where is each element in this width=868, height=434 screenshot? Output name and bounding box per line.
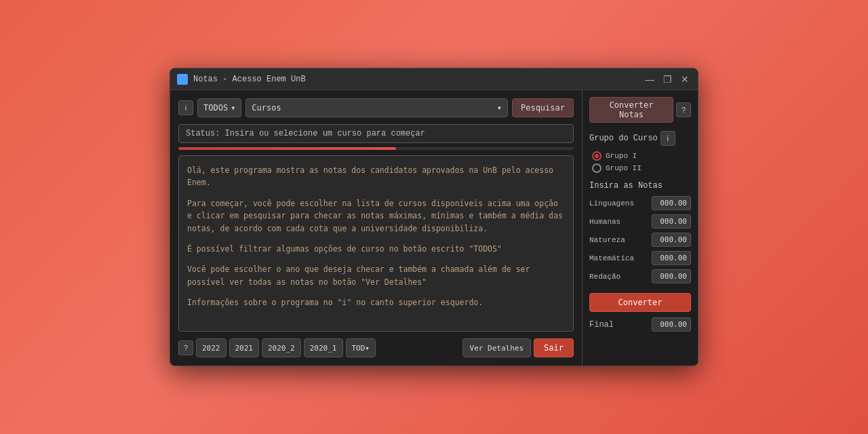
exit-button[interactable]: Sair <box>534 338 574 357</box>
main-text-area: Olá, este programa mostra as notas dos c… <box>178 155 574 332</box>
humanas-row: Humanas <box>589 214 691 229</box>
side-help-button[interactable]: ? <box>676 102 691 117</box>
close-button[interactable]: ✕ <box>679 73 691 85</box>
bottom-help-button[interactable]: ? <box>178 340 193 355</box>
radio-grupo-i[interactable]: Grupo I <box>592 151 691 161</box>
app-icon <box>177 74 188 85</box>
intro-text: Olá, este programa mostra as notas dos c… <box>187 164 565 189</box>
year-todos-button[interactable]: TOD▾ <box>346 338 376 357</box>
radio-grupo-ii[interactable]: Grupo II <box>592 163 691 173</box>
year-2020-1-button[interactable]: 2020_1 <box>304 338 343 357</box>
converter-notas-button[interactable]: Converter Notas <box>589 97 673 123</box>
matematica-label: Matemática <box>589 254 634 262</box>
natureza-input[interactable] <box>652 233 691 247</box>
details-button[interactable]: Ver Detalhes <box>462 338 531 357</box>
converter-header: Converter Notas ? <box>589 97 691 123</box>
linguagens-input[interactable] <box>652 196 691 210</box>
year-info-text: Você pode escolher o ano que deseja chec… <box>187 263 565 288</box>
redacao-row: Redação <box>589 269 691 283</box>
bottom-bar: ? 2022 2021 2020_2 2020_1 TOD▾ Ver Detal… <box>178 338 574 357</box>
natureza-label: Natureza <box>589 236 625 244</box>
filter-info-text: É possível filtrar algumas opções de cur… <box>187 243 565 255</box>
radio-circle-grupo-i <box>592 151 601 161</box>
titlebar-buttons: — ❐ ✕ <box>644 73 691 85</box>
matematica-input[interactable] <box>652 251 691 265</box>
year-2021-button[interactable]: 2021 <box>229 338 260 357</box>
content-area: i TODOS ▾ Cursos ▾ Pesquisar Status: Ins… <box>170 90 698 366</box>
year-2022-button[interactable]: 2022 <box>196 338 226 357</box>
progress-fill <box>178 147 396 150</box>
progress-bar <box>178 147 574 150</box>
filter-dropdown[interactable]: TODOS ▾ <box>197 98 241 117</box>
linguagens-label: Linguagens <box>589 199 634 208</box>
status-bar: Status: Insira ou selecione um curso par… <box>178 124 574 143</box>
year-2020-2-button[interactable]: 2020_2 <box>262 338 301 357</box>
radio-label-grupo-i: Grupo I <box>606 152 637 160</box>
group-info-button[interactable]: i <box>660 131 675 146</box>
final-row: Final <box>589 317 691 332</box>
course-label: Cursos <box>252 103 281 113</box>
group-section-header: Grupo do Curso i <box>589 131 691 146</box>
course-dropdown[interactable]: Cursos ▾ <box>245 98 508 117</box>
final-label: Final <box>589 320 614 330</box>
main-panel: i TODOS ▾ Cursos ▾ Pesquisar Status: Ins… <box>170 90 583 366</box>
maximize-button[interactable]: ❐ <box>661 73 673 85</box>
info-button-text: Informações sobre o programa no "i" no c… <box>187 296 565 309</box>
humanas-label: Humanas <box>589 218 620 226</box>
radio-circle-grupo-ii <box>592 163 601 173</box>
converter-button[interactable]: Converter <box>589 293 691 312</box>
minimize-button[interactable]: — <box>644 73 656 85</box>
filter-arrow-icon: ▾ <box>231 103 235 113</box>
linguagens-row: Linguagens <box>589 196 691 210</box>
toolbar: i TODOS ▾ Cursos ▾ Pesquisar <box>178 98 574 117</box>
info-button[interactable]: i <box>178 100 193 115</box>
window-title: Notas - Acesso Enem UnB <box>193 75 644 84</box>
matematica-row: Matemática <box>589 251 691 265</box>
group-section-title: Grupo do Curso <box>589 134 658 143</box>
status-text: Status: Insira ou selecione um curso par… <box>186 129 425 138</box>
redacao-input[interactable] <box>652 269 691 283</box>
natureza-row: Natureza <box>589 233 691 247</box>
input-section-title: Insira as Notas <box>589 181 691 191</box>
instructions-text: Para começar, você pode escolher na list… <box>187 197 565 235</box>
filter-label: TODOS <box>203 103 228 113</box>
search-button[interactable]: Pesquisar <box>512 98 574 117</box>
final-value-input[interactable] <box>652 317 691 332</box>
course-arrow-icon: ▾ <box>497 103 502 113</box>
side-panel: Converter Notas ? Grupo do Curso i Grupo… <box>583 90 698 366</box>
redacao-label: Redação <box>589 273 620 281</box>
radio-group: Grupo I Grupo II <box>589 151 691 173</box>
app-window: Notas - Acesso Enem UnB — ❐ ✕ i TODOS ▾ … <box>170 68 698 366</box>
titlebar: Notas - Acesso Enem UnB — ❐ ✕ <box>170 68 698 90</box>
radio-label-grupo-ii: Grupo II <box>606 164 642 172</box>
humanas-input[interactable] <box>652 214 691 229</box>
